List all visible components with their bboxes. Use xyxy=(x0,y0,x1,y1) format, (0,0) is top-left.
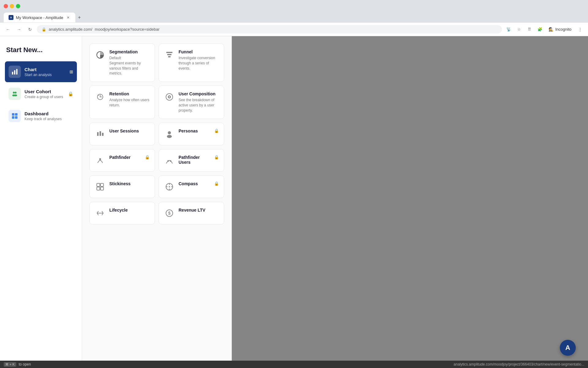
compass-lock-icon: 🔒 xyxy=(214,181,219,186)
incognito-icon: 🕵 xyxy=(548,27,553,32)
user-cohort-icon xyxy=(9,88,21,100)
svg-rect-0 xyxy=(12,72,13,75)
user-sessions-icon xyxy=(95,128,106,140)
grid-item-stickiness[interactable]: Stickiness xyxy=(89,175,155,198)
funnel-content: Funnel Investigate conversion through a … xyxy=(179,49,219,71)
cohort-item-text: User Cohort Create a group of users xyxy=(24,89,63,99)
sidebar-item-user-cohort[interactable]: User Cohort Create a group of users 🔒 xyxy=(5,83,77,104)
svg-point-22 xyxy=(168,131,171,134)
grid-item-revenue-ltv[interactable]: $ Revenue LTV xyxy=(159,202,224,224)
user-sessions-content: User Sessions xyxy=(109,128,150,135)
grid-item-pathfinder[interactable]: Pathfinder 🔒 xyxy=(89,149,155,172)
compass-icon xyxy=(164,181,175,192)
grid-item-retention[interactable]: Retention Analyze how often users return… xyxy=(89,86,155,119)
analysis-grid: Segmentation DefaultSegment events by va… xyxy=(89,44,224,224)
segmentation-subtitle: DefaultSegment events by various filters… xyxy=(109,56,150,76)
back-button[interactable]: ← xyxy=(4,25,12,34)
svg-rect-8 xyxy=(15,113,17,116)
svg-rect-20 xyxy=(100,131,101,136)
stickiness-icon xyxy=(95,181,106,192)
tab-bar: A My Workspace - Amplitude ✕ + xyxy=(0,12,588,23)
segmentation-content: Segmentation DefaultSegment events by va… xyxy=(109,49,150,76)
sidebar-item-chart[interactable]: Chart Start an analysis ⊞ xyxy=(5,61,77,82)
nav-actions: 📡 ☆ ⠿ 🧩 🕵 Incognito ⋮ xyxy=(504,25,584,34)
svg-rect-7 xyxy=(12,113,14,116)
cast-button[interactable]: 📡 xyxy=(504,25,513,34)
personas-content: Personas xyxy=(179,128,210,135)
bookmark-button[interactable]: ☆ xyxy=(515,25,523,34)
keyboard-shortcut: ⌘ + K xyxy=(4,362,16,367)
sidebar-item-dashboard[interactable]: Dashboard Keep track of analyses xyxy=(5,105,77,126)
svg-rect-30 xyxy=(100,187,104,190)
title-bar xyxy=(0,0,588,12)
pathfinder-users-icon xyxy=(164,155,175,166)
cohort-item-subtitle: Create a group of users xyxy=(24,95,63,99)
app-content: Start New... Chart Start an analysis ⊞ xyxy=(0,36,588,366)
retention-subtitle: Analyze how often users return. xyxy=(109,98,150,108)
tab-close-button[interactable]: ✕ xyxy=(66,15,70,20)
browser-chrome: A My Workspace - Amplitude ✕ + ← → ↻ 🔒 a… xyxy=(0,0,588,36)
grid-item-user-sessions[interactable]: User Sessions xyxy=(89,123,155,145)
status-bar-label: to open xyxy=(19,362,31,366)
start-new-sidebar: Start New... Chart Start an analysis ⊞ xyxy=(0,36,82,366)
user-composition-subtitle: See the breakdown of active users by a u… xyxy=(179,98,219,113)
user-composition-title: User Composition xyxy=(179,91,219,96)
grid-item-personas[interactable]: Personas 🔒 xyxy=(159,123,224,145)
svg-point-25 xyxy=(168,160,169,162)
svg-rect-12 xyxy=(166,52,172,53)
lifecycle-content: Lifecycle xyxy=(109,208,150,214)
dashboard-icon xyxy=(9,110,21,122)
svg-point-18 xyxy=(169,96,170,98)
revenue-ltv-content: Revenue LTV xyxy=(179,208,219,214)
reload-button[interactable]: ↻ xyxy=(26,25,34,34)
address-bar[interactable]: 🔒 analytics.amplitude.com/moodjoy/worksp… xyxy=(37,25,502,33)
compass-content: Compass xyxy=(179,181,210,187)
pathfinder-content: Pathfinder xyxy=(109,155,141,161)
new-tab-button[interactable]: + xyxy=(75,12,83,23)
cohort-item-title: User Cohort xyxy=(24,89,63,94)
svg-text:$: $ xyxy=(168,211,171,216)
svg-point-6 xyxy=(14,94,17,96)
chrome-menu-button[interactable]: ⋮ xyxy=(576,25,584,34)
funnel-title: Funnel xyxy=(179,49,219,54)
lifecycle-icon xyxy=(95,208,106,219)
status-bar: ⌘ + K to open analytics.amplitude.com/mo… xyxy=(0,361,588,368)
extension-button[interactable]: 🧩 xyxy=(536,25,544,34)
grid-item-pathfinder-users[interactable]: Pathfinder Users 🔒 xyxy=(159,149,224,172)
nav-bar: ← → ↻ 🔒 analytics.amplitude.com/moodjoy/… xyxy=(0,23,588,36)
chart-icon xyxy=(9,66,21,78)
incognito-button[interactable]: 🕵 Incognito xyxy=(546,26,574,33)
dashboard-item-title: Dashboard xyxy=(24,111,62,116)
close-button[interactable] xyxy=(4,4,8,8)
browser-menu-button[interactable]: ⠿ xyxy=(525,25,534,34)
revenue-ltv-icon: $ xyxy=(164,208,175,219)
grid-item-user-composition[interactable]: User Composition See the breakdown of ac… xyxy=(159,86,224,119)
amplitude-fab[interactable]: A xyxy=(560,340,576,356)
pathfinder-users-content: Pathfinder Users xyxy=(179,155,210,166)
personas-lock-icon: 🔒 xyxy=(214,128,219,133)
minimize-button[interactable] xyxy=(10,4,14,8)
svg-rect-2 xyxy=(16,69,17,75)
svg-point-23 xyxy=(167,135,172,138)
funnel-subtitle: Investigate conversion through a series … xyxy=(179,56,219,71)
start-new-grid: Segmentation DefaultSegment events by va… xyxy=(82,36,232,366)
user-composition-content: User Composition See the breakdown of ac… xyxy=(179,91,219,113)
maximize-button[interactable] xyxy=(16,4,20,8)
browser-tab[interactable]: A My Workspace - Amplitude ✕ xyxy=(4,13,75,22)
svg-rect-14 xyxy=(168,56,171,57)
pathfinder-users-title: Pathfinder Users xyxy=(179,155,210,165)
lifecycle-title: Lifecycle xyxy=(109,208,150,213)
forward-button[interactable]: → xyxy=(15,25,23,34)
dashboard-item-text: Dashboard Keep track of analyses xyxy=(24,111,62,121)
pathfinder-lock-icon: 🔒 xyxy=(145,155,150,159)
grid-item-lifecycle[interactable]: Lifecycle xyxy=(89,202,155,224)
revenue-ltv-title: Revenue LTV xyxy=(179,208,219,213)
user-sessions-title: User Sessions xyxy=(109,128,150,133)
svg-rect-19 xyxy=(97,132,99,136)
chart-item-badge: ⊞ xyxy=(70,69,73,74)
grid-item-funnel[interactable]: Funnel Investigate conversion through a … xyxy=(159,44,224,82)
compass-title: Compass xyxy=(179,181,210,186)
grid-item-compass[interactable]: Compass 🔒 xyxy=(159,175,224,198)
grid-item-segmentation[interactable]: Segmentation DefaultSegment events by va… xyxy=(89,44,155,82)
personas-title: Personas xyxy=(179,128,210,133)
